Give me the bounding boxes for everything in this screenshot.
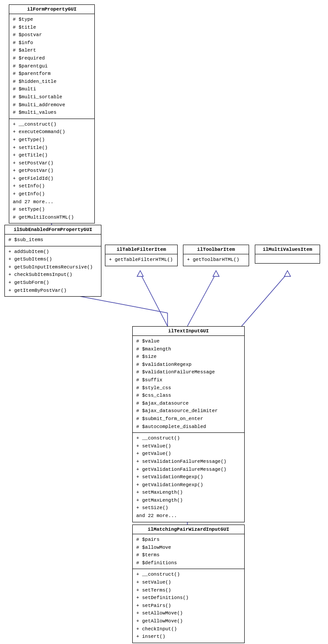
svg-line-9 [187, 273, 216, 326]
svg-marker-12 [284, 271, 291, 276]
class-methods-ilMultiValuesItem [255, 254, 320, 263]
class-header-ilTextInputGUI: ilTextInputGUI [133, 327, 244, 336]
class-header-ilMultiValuesItem: ilMultiValuesItem [255, 245, 320, 254]
class-attributes-ilMatchingPairWizardInputGUI: # $pairs # $allowMove # $terms # $defini… [133, 534, 244, 569]
class-header-ilSubEnabledFormPropertyGUI: ilSubEnabledFormPropertyGUI [5, 225, 101, 235]
class-ilSubEnabledFormPropertyGUI: ilSubEnabledFormPropertyGUI # $sub_items… [4, 225, 101, 297]
class-attributes-ilTextInputGUI: # $value # $maxlength # $size # $validat… [133, 336, 244, 433]
class-methods-ilTableFilterItem: + getTableFilterHTML() [105, 254, 177, 266]
class-methods-ilToolbarItem: + getToolbarHTML() [183, 254, 249, 266]
class-attributes-ilFormPropertyGUI: # $type # $title # $postvar # $info # $a… [9, 14, 94, 119]
class-ilToolbarItem: ilToolbarItem + getToolbarHTML() [183, 245, 249, 266]
class-ilFormPropertyGUI: ilFormPropertyGUI # $type # $title # $po… [9, 4, 95, 223]
class-header-ilTableFilterItem: ilTableFilterItem [105, 245, 177, 254]
svg-line-11 [242, 273, 287, 326]
svg-line-7 [140, 273, 168, 326]
class-header-ilToolbarItem: ilToolbarItem [183, 245, 249, 254]
class-header-ilMatchingPairWizardInputGUI: ilMatchingPairWizardInputGUI [133, 525, 244, 534]
svg-marker-8 [137, 271, 143, 276]
class-methods-ilMatchingPairWizardInputGUI: + __construct() + setValue() + setTerms(… [133, 569, 244, 642]
class-methods-ilTextInputGUI: + __construct() + setValue() + getValue(… [133, 433, 244, 522]
class-attributes-ilSubEnabledFormPropertyGUI: # $sub_items [5, 235, 101, 246]
class-ilMatchingPairWizardInputGUI: ilMatchingPairWizardInputGUI # $pairs # … [132, 525, 245, 643]
class-ilMultiValuesItem: ilMultiValuesItem [255, 245, 320, 264]
class-ilTextInputGUI: ilTextInputGUI # $value # $maxlength # $… [132, 326, 245, 522]
class-methods-ilFormPropertyGUI: + __construct() + executeCommand() + get… [9, 119, 94, 223]
diagram-container: ilFormPropertyGUI # $type # $title # $po… [0, 0, 328, 644]
class-methods-ilSubEnabledFormPropertyGUI: + addSubItem() + getSubItems() + getSubI… [5, 246, 101, 297]
class-header-ilFormPropertyGUI: ilFormPropertyGUI [9, 5, 94, 14]
svg-marker-10 [213, 271, 219, 276]
class-ilTableFilterItem: ilTableFilterItem + getTableFilterHTML() [105, 245, 178, 266]
